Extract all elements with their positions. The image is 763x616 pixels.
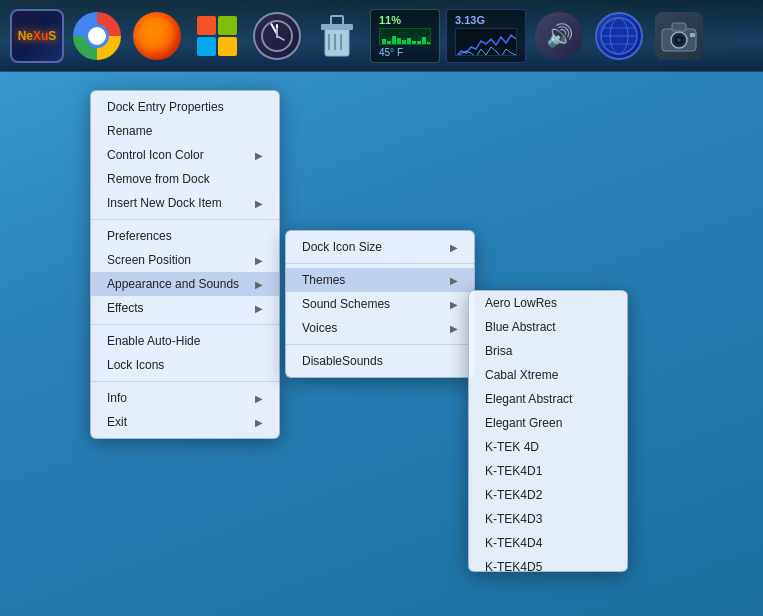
arrow-icon: ▶ <box>255 393 263 404</box>
network-stats-widget: 3.13G <box>446 9 526 63</box>
theme-item[interactable]: K-TEK4D4 <box>469 531 627 555</box>
dock-item-camera[interactable] <box>652 9 706 63</box>
firefox-icon <box>133 12 181 60</box>
menu-item-remove-from-dock[interactable]: Remove from Dock <box>91 167 279 191</box>
sub1-separator-2 <box>286 344 474 345</box>
sub1-separator-1 <box>286 263 474 264</box>
dock-item-cpu-stats[interactable]: 11% 45° F <box>370 9 440 63</box>
clock-icon <box>253 12 301 60</box>
menu-item-dock-icon-size[interactable]: Dock Icon Size ▶ <box>286 235 474 259</box>
arrow-icon: ▶ <box>450 323 458 334</box>
dock-item-recycle[interactable] <box>310 9 364 63</box>
dock-item-nexus[interactable]: NeXuS <box>10 9 64 63</box>
menu-separator-1 <box>91 219 279 220</box>
theme-item[interactable]: K-TEK4D1 <box>469 459 627 483</box>
cpu-stats-widget: 11% 45° F <box>370 9 440 63</box>
menu-item-enable-auto-hide[interactable]: Enable Auto-Hide <box>91 329 279 353</box>
network-speed: 3.13G <box>455 14 517 26</box>
svg-line-2 <box>277 36 284 40</box>
themes-list: Aero LowResBlue AbstractBrisaCabal Xtrem… <box>469 291 627 571</box>
arrow-icon: ▶ <box>255 303 263 314</box>
chrome-icon <box>73 12 121 60</box>
windows-icon <box>193 12 241 60</box>
nexus-logo-icon: NeXuS <box>10 9 64 63</box>
menu-item-info[interactable]: Info ▶ <box>91 386 279 410</box>
arrow-icon: ▶ <box>450 242 458 253</box>
dock-item-firefox[interactable] <box>130 9 184 63</box>
menu-item-preferences[interactable]: Preferences <box>91 224 279 248</box>
recycle-icon <box>313 12 361 60</box>
svg-rect-19 <box>690 33 695 37</box>
arrow-icon: ▶ <box>450 275 458 286</box>
arrow-icon: ▶ <box>255 198 263 209</box>
cpu-temp: 45° F <box>379 47 431 58</box>
menu-item-control-icon-color[interactable]: Control Icon Color ▶ <box>91 143 279 167</box>
menu-item-voices[interactable]: Voices ▶ <box>286 316 474 340</box>
dock-item-clock[interactable] <box>250 9 304 63</box>
arrow-icon: ▶ <box>255 150 263 161</box>
theme-item[interactable]: Elegant Green <box>469 411 627 435</box>
menu-item-themes[interactable]: Themes ▶ <box>286 268 474 292</box>
menu-item-lock-icons[interactable]: Lock Icons <box>91 353 279 377</box>
theme-item[interactable]: K-TEK4D3 <box>469 507 627 531</box>
primary-context-menu: Dock Entry Properties Rename Control Ico… <box>90 90 280 439</box>
theme-item[interactable]: K-TEK 4D <box>469 435 627 459</box>
menu-item-effects[interactable]: Effects ▶ <box>91 296 279 320</box>
menu-item-appearance-and-sounds[interactable]: Appearance and Sounds ▶ <box>91 272 279 296</box>
camera-icon <box>655 12 703 60</box>
menu-separator-2 <box>91 324 279 325</box>
menu-item-rename[interactable]: Rename <box>91 119 279 143</box>
dock-item-speaker[interactable]: 🔊 <box>532 9 586 63</box>
theme-item[interactable]: Elegant Abstract <box>469 387 627 411</box>
menu-item-exit[interactable]: Exit ▶ <box>91 410 279 434</box>
arrow-icon: ▶ <box>255 279 263 290</box>
arrow-icon: ▶ <box>255 417 263 428</box>
theme-item[interactable]: Blue Abstract <box>469 315 627 339</box>
cpu-graph <box>379 28 431 45</box>
theme-item[interactable]: K-TEK4D5 <box>469 555 627 571</box>
dock-item-chrome[interactable] <box>70 9 124 63</box>
cpu-percent: 11% <box>379 14 431 26</box>
arrow-icon: ▶ <box>450 299 458 310</box>
globe-icon <box>595 12 643 60</box>
arrow-icon: ▶ <box>255 255 263 266</box>
svg-rect-18 <box>672 23 686 31</box>
dock-item-network-stats[interactable]: 3.13G <box>446 9 526 63</box>
appearance-sounds-submenu: Dock Icon Size ▶ Themes ▶ Sound Schemes … <box>285 230 475 378</box>
theme-item[interactable]: Brisa <box>469 339 627 363</box>
dock-bar: NeXuS <box>0 0 763 72</box>
menu-item-disable-sounds[interactable]: DisableSounds <box>286 349 474 373</box>
svg-point-17 <box>677 38 681 42</box>
speaker-icon: 🔊 <box>535 12 583 60</box>
menu-item-insert-new-dock-item[interactable]: Insert New Dock Item ▶ <box>91 191 279 215</box>
dock-item-windows[interactable] <box>190 9 244 63</box>
theme-item[interactable]: Cabal Xtreme <box>469 363 627 387</box>
theme-item[interactable]: K-TEK4D2 <box>469 483 627 507</box>
menu-item-sound-schemes[interactable]: Sound Schemes ▶ <box>286 292 474 316</box>
theme-item[interactable]: Aero LowRes <box>469 291 627 315</box>
dock-item-globe[interactable] <box>592 9 646 63</box>
menu-separator-3 <box>91 381 279 382</box>
themes-submenu: Aero LowResBlue AbstractBrisaCabal Xtrem… <box>468 290 628 572</box>
menu-item-screen-position[interactable]: Screen Position ▶ <box>91 248 279 272</box>
menu-item-dock-entry-props[interactable]: Dock Entry Properties <box>91 95 279 119</box>
